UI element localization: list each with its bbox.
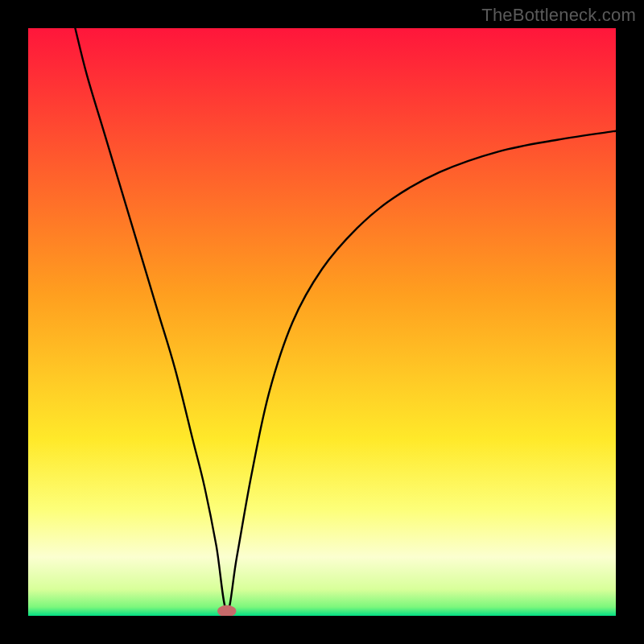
gradient-background <box>28 28 616 616</box>
watermark-text: TheBottleneck.com <box>481 5 636 26</box>
plot-svg <box>28 28 616 616</box>
plot-area <box>28 28 616 616</box>
chart-frame: TheBottleneck.com <box>0 0 644 644</box>
